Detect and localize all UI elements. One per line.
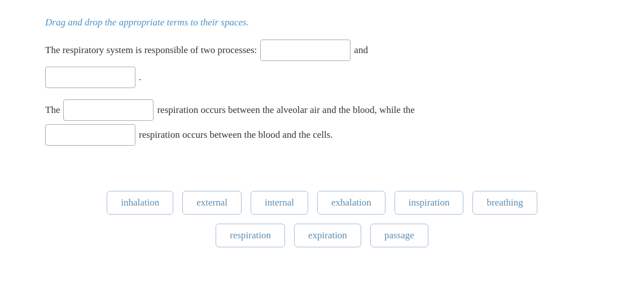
term-respiration[interactable]: respiration xyxy=(216,224,285,247)
term-expiration[interactable]: expiration xyxy=(294,224,361,247)
instruction-text: Drag and drop the appropriate terms to t… xyxy=(45,17,599,28)
sentence-block-1b: . xyxy=(45,67,599,88)
sentence-1-text-1: The respiratory system is responsible of… xyxy=(45,40,257,60)
sentence-1-text-3: . xyxy=(139,67,141,88)
sentence-1-text-2: and xyxy=(354,40,368,60)
terms-container: inhalation external internal exhalation … xyxy=(45,168,599,247)
term-internal[interactable]: internal xyxy=(251,191,308,215)
drop-zone-3[interactable] xyxy=(63,99,154,121)
term-exhalation[interactable]: exhalation xyxy=(317,191,385,215)
term-inhalation[interactable]: inhalation xyxy=(107,191,173,215)
drop-zone-1[interactable] xyxy=(260,40,351,61)
sentence-2-text-1: The xyxy=(45,99,60,120)
drop-zone-4[interactable] xyxy=(45,124,135,146)
term-inspiration[interactable]: inspiration xyxy=(395,191,464,215)
sentence-block-2: The respiration occurs between the alveo… xyxy=(45,99,599,121)
drop-zone-2[interactable] xyxy=(45,67,135,88)
sentence-block-1: The respiratory system is responsible of… xyxy=(45,40,599,61)
term-external[interactable]: external xyxy=(182,191,242,215)
term-passage[interactable]: passage xyxy=(370,224,428,247)
terms-row-2: respiration expiration passage xyxy=(216,224,428,247)
terms-row-1: inhalation external internal exhalation … xyxy=(107,191,537,215)
sentence-2-text-3: respiration occurs between the blood and… xyxy=(139,124,333,145)
sentence-2-text-2: respiration occurs between the alveolar … xyxy=(157,99,414,120)
term-breathing[interactable]: breathing xyxy=(472,191,537,215)
sentence-block-2b: respiration occurs between the blood and… xyxy=(45,124,599,146)
